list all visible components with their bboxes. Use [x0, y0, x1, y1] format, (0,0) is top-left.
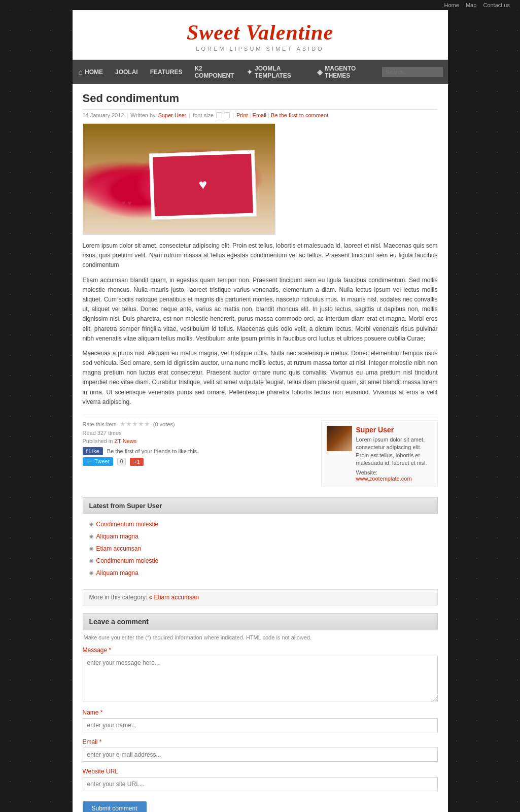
site-title: Sweet Valentine	[78, 20, 443, 45]
font-size-increase[interactable]	[224, 112, 230, 118]
font-size-label: font size	[193, 112, 214, 118]
message-textarea[interactable]	[83, 656, 438, 701]
website-group: Website URL	[83, 768, 438, 791]
message-label: Message *	[83, 647, 438, 654]
author-avatar	[327, 426, 352, 451]
article-meta: 14 January 2012 | Written by Super User …	[83, 112, 438, 118]
latest-link-4[interactable]: Condimentum molestie	[96, 557, 159, 564]
website-input[interactable]	[83, 777, 438, 791]
site-header: Sweet Valentine LOREM LIPSUM SIMET ASIDO	[73, 10, 448, 60]
site-subtitle: LOREM LIPSUM SIMET ASIDO	[78, 46, 443, 52]
first-comment-link[interactable]: Be the first to comment	[271, 112, 328, 118]
card-overlay: ♥	[149, 150, 257, 220]
author-website-link[interactable]: www.zootemplate.com	[356, 476, 412, 482]
name-input[interactable]	[83, 718, 438, 732]
social-row-2: 🐦 Tweet 0 +1	[83, 457, 311, 466]
bullet-icon: ◉	[89, 546, 94, 551]
bullet-icon: ◉	[89, 521, 94, 527]
nav-search-area	[377, 64, 448, 80]
article-paragraph-3: Maecenas a purus nisl. Aliquam eu metus …	[83, 349, 438, 407]
article-image: ♥ ♥ ♥	[83, 123, 275, 235]
latest-link-1[interactable]: Condimentum molestie	[96, 521, 159, 528]
latest-header: Latest from Super User	[83, 497, 438, 514]
bullet-icon: ◉	[89, 558, 94, 563]
magento-icon: ◈	[317, 68, 323, 76]
nav-joolai[interactable]: JOOLAI	[109, 63, 144, 81]
print-link[interactable]: Print	[236, 112, 248, 118]
submit-comment-button[interactable]: Submit comment	[83, 801, 147, 812]
facebook-like-button[interactable]: f Like	[83, 447, 103, 455]
author-website: Website: www.zootemplate.com	[356, 469, 432, 482]
email-link[interactable]: Email	[253, 112, 267, 118]
rate-label: Rate this item	[83, 421, 117, 427]
tweet-button[interactable]: 🐦 Tweet	[83, 457, 113, 466]
category-link[interactable]: ZT News	[115, 438, 137, 444]
topbar-home-link[interactable]: Home	[444, 2, 459, 8]
more-category-link[interactable]: « Etiam accumsan	[149, 594, 199, 601]
author-box: Super User Lorem ipsum dolor sit amet, c…	[321, 420, 438, 487]
nav-joomla-templates[interactable]: ✦ JOOMLA TEMPLATES	[240, 60, 311, 84]
nav-home[interactable]: ⌂ HOME	[73, 63, 109, 81]
topbar-map-link[interactable]: Map	[466, 2, 476, 8]
font-size-decrease[interactable]	[216, 112, 222, 118]
email-group: Email *	[83, 738, 438, 762]
home-icon: ⌂	[79, 68, 83, 76]
more-category-label: More in this category:	[89, 594, 148, 601]
main-wrapper: Sweet Valentine LOREM LIPSUM SIMET ASIDO…	[73, 10, 448, 812]
joomla-icon: ✦	[247, 68, 253, 76]
tweet-count: 0	[117, 458, 126, 465]
content-area: Sed condimentum 14 January 2012 | Writte…	[73, 84, 448, 812]
list-item: ◉ Condimentum molestie	[85, 518, 435, 530]
list-item: ◉ Condimentum molestie	[85, 555, 435, 567]
bullet-icon: ◉	[89, 570, 94, 576]
email-label: Email *	[83, 738, 438, 746]
gplus-button[interactable]: +1	[130, 458, 144, 466]
topbar-contact-link[interactable]: Contact us	[483, 2, 510, 8]
article-paragraph-1: Lorem ipsum dolor sit amet, consectetur …	[83, 241, 438, 270]
small-heart-2: ♥	[127, 199, 131, 207]
rating-row: Rate this item ★★★★★ (0 votes)	[83, 420, 311, 428]
top-bar: Home Map Contact us	[0, 0, 520, 10]
small-hearts: ♥ ♥	[121, 199, 132, 207]
font-size-controls	[216, 112, 230, 118]
fb-friends-text: Be the first of your friends to like thi…	[107, 448, 198, 454]
latest-link-5[interactable]: Aliquam magna	[96, 569, 138, 577]
card-inner: ♥	[153, 153, 253, 216]
nav-k2[interactable]: K2 COMPONENT	[188, 60, 240, 84]
author-name: Super User	[356, 426, 432, 434]
list-item: ◉ Etiam accumsan	[85, 543, 435, 555]
nav-bar: ⌂ HOME JOOLAI FEATURES K2 COMPONENT ✦ JO…	[73, 60, 448, 84]
social-row: f Like Be the first of your friends to l…	[83, 447, 311, 455]
comment-heading: Leave a comment	[83, 613, 438, 630]
latest-link-3[interactable]: Etiam accumsan	[96, 545, 142, 552]
name-group: Name *	[83, 709, 438, 732]
nav-features[interactable]: FEATURES	[144, 63, 189, 81]
search-input[interactable]	[382, 67, 443, 77]
read-times: Read 327 times	[83, 430, 311, 436]
email-input[interactable]	[83, 748, 438, 762]
comment-section: Leave a comment Make sure you enter the …	[83, 613, 438, 812]
nav-magento[interactable]: ◈ MAGENTO THEMES	[311, 60, 376, 84]
article-paragraph-2: Etiam accumsan blandit quam, in egestas …	[83, 276, 438, 344]
author-link[interactable]: Super User	[158, 112, 187, 118]
article-title: Sed condimentum	[83, 92, 438, 110]
message-group: Message *	[83, 647, 438, 703]
author-description: Lorem ipsum dolor sit amet, consectetur …	[356, 436, 432, 467]
latest-link-2[interactable]: Aliquam magna	[96, 533, 138, 540]
website-label: Website URL	[83, 768, 438, 775]
more-category: More in this category: « Etiam accumsan	[83, 589, 438, 605]
small-heart-1: ♥	[121, 199, 125, 207]
bullet-icon: ◉	[89, 533, 94, 539]
article-body: Lorem ipsum dolor sit amet, consectetur …	[83, 241, 438, 407]
article-date: 14 January 2012	[83, 112, 124, 118]
stars[interactable]: ★★★★★	[120, 420, 150, 428]
written-by-label: Written by	[130, 112, 155, 118]
article-footer: Rate this item ★★★★★ (0 votes) Read 327 …	[83, 415, 438, 487]
latest-section: Latest from Super User ◉ Condimentum mol…	[83, 497, 438, 584]
published-in: Published in ZT News	[83, 438, 311, 444]
list-item: ◉ Aliquam magna	[85, 567, 435, 579]
fb-icon: f	[86, 448, 88, 454]
comment-note: Make sure you enter the (*) required inf…	[83, 634, 438, 640]
author-info: Super User Lorem ipsum dolor sit amet, c…	[356, 426, 432, 482]
twitter-icon: 🐦	[86, 458, 93, 464]
